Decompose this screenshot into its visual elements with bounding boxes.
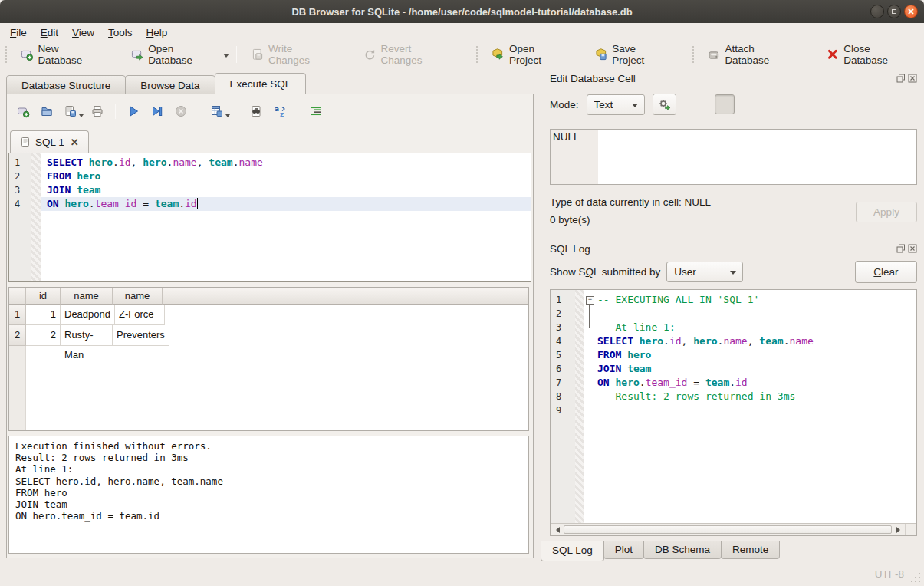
cell-hero-name[interactable]: Rusty-Man xyxy=(61,325,113,346)
save-sql-file-button[interactable] xyxy=(61,101,81,121)
corner-header[interactable] xyxy=(9,288,26,305)
minimize-button[interactable]: − xyxy=(870,5,884,18)
link-data-button[interactable] xyxy=(845,94,865,114)
log-line: 9 xyxy=(551,403,916,417)
submitted-by-select[interactable]: User xyxy=(666,262,743,282)
import-cell-button[interactable] xyxy=(767,94,787,114)
close-sql-tab-icon[interactable]: ✕ xyxy=(71,137,79,148)
gear-import-icon xyxy=(657,97,671,111)
sql-doc-icon xyxy=(20,137,31,147)
save-results-menu-arrow[interactable] xyxy=(225,114,230,120)
column-header[interactable]: name xyxy=(61,288,113,305)
mode-select[interactable]: Text xyxy=(587,94,645,115)
print-cell-button[interactable] xyxy=(897,94,917,114)
horizontal-scrollbar[interactable] xyxy=(551,523,916,535)
format-sql-button[interactable]: az xyxy=(270,101,290,121)
stop-sql-button[interactable] xyxy=(171,101,191,121)
clear-log-button[interactable]: Clear xyxy=(855,261,917,283)
execute-sql-button[interactable] xyxy=(123,101,143,121)
attach-database-button[interactable]: Attach Database xyxy=(699,44,808,65)
cell-id[interactable]: 2 xyxy=(26,325,61,346)
log-line: 8-- Result: 2 rows returned in 3ms xyxy=(551,390,916,403)
tab-execute-sql[interactable]: Execute SQL xyxy=(215,73,307,94)
cell-id[interactable]: 1 xyxy=(26,305,61,325)
save-project-button[interactable]: Save Project xyxy=(586,44,678,65)
tab-remote[interactable]: Remote xyxy=(721,541,780,559)
open-database-button[interactable]: Open Database xyxy=(122,44,228,65)
table-row[interactable]: 2 2 Rusty-Man Preventers xyxy=(9,325,528,346)
tab-browse-data[interactable]: Browse Data xyxy=(125,75,215,94)
text-mode-button[interactable] xyxy=(715,94,735,114)
filter-label: Show SQL submitted by xyxy=(550,266,660,278)
fold-marker[interactable] xyxy=(584,293,596,307)
close-button[interactable]: ✕ xyxy=(904,5,918,18)
import-settings-button[interactable] xyxy=(653,94,676,115)
maximize-button[interactable] xyxy=(887,5,901,18)
set-null-button[interactable] xyxy=(871,94,891,114)
results-header-row: id name name xyxy=(9,288,528,305)
write-changes-button[interactable]: Write Changes xyxy=(242,44,344,65)
table-row[interactable]: 1 1 Deadpond Z-Force xyxy=(9,305,528,325)
open-sql-file-button[interactable] xyxy=(37,101,57,121)
sql-editor[interactable]: 1 SELECT hero.id, hero.name, team.name 2… xyxy=(8,153,531,282)
tab-plot[interactable]: Plot xyxy=(603,541,644,559)
open-external-button[interactable] xyxy=(819,94,839,114)
scroll-left-arrow[interactable] xyxy=(551,524,563,535)
titlebar[interactable]: DB Browser for SQLite - /home/user/code/… xyxy=(0,0,924,23)
apply-button[interactable]: Apply xyxy=(856,202,917,222)
cell-hero-name[interactable]: Deadpond xyxy=(61,305,115,325)
new-sql-tab-button[interactable] xyxy=(13,101,33,121)
revert-changes-button[interactable]: Revert Changes xyxy=(354,44,462,65)
close-database-button[interactable]: Close Database xyxy=(817,44,924,65)
column-header[interactable]: id xyxy=(26,288,61,305)
log-code-line: -- xyxy=(596,307,916,321)
revert-changes-icon xyxy=(363,48,377,61)
tab-db-schema[interactable]: DB Schema xyxy=(643,541,722,559)
window-controls: − ✕ xyxy=(870,5,918,18)
menu-edit[interactable]: Edit xyxy=(34,23,65,42)
print-sql-button[interactable] xyxy=(87,101,107,121)
log-code-line: -- EXECUTING ALL IN 'SQL 1' xyxy=(596,293,916,307)
line-number: 6 xyxy=(551,362,575,376)
word-wrap-button[interactable] xyxy=(741,94,761,114)
cell-value-editor[interactable]: NULL xyxy=(550,129,917,185)
cell-team-name[interactable]: Preventers xyxy=(113,325,169,346)
sql-log-view[interactable]: 1-- EXECUTING ALL IN 'SQL 1' 2-- 3-- At … xyxy=(550,289,917,536)
save-results-button[interactable] xyxy=(207,101,227,121)
tab-sql-log[interactable]: SQL Log xyxy=(541,541,604,561)
auto-indent-button[interactable] xyxy=(306,101,326,121)
scrollbar-thumb[interactable] xyxy=(564,525,892,534)
resize-grip[interactable] xyxy=(911,573,922,584)
cell-team-name[interactable]: Z-Force xyxy=(115,305,165,325)
float-dock-icon[interactable] xyxy=(896,74,906,83)
new-database-button[interactable]: New Database xyxy=(12,44,113,65)
cell-edit-area[interactable] xyxy=(598,130,916,184)
scroll-right-arrow[interactable] xyxy=(893,524,905,535)
menu-file[interactable]: File xyxy=(3,23,34,42)
open-project-button[interactable]: Open Project xyxy=(482,44,576,65)
find-button[interactable] xyxy=(246,101,266,121)
menu-help[interactable]: Help xyxy=(140,23,175,42)
export-cell-button[interactable] xyxy=(793,94,813,114)
open-database-icon xyxy=(130,48,144,61)
float-dock-icon[interactable] xyxy=(896,244,906,253)
sql-doc-tab[interactable]: SQL 1 ✕ xyxy=(10,130,89,153)
toolbar-handle[interactable] xyxy=(690,46,695,63)
menu-tools[interactable]: Tools xyxy=(101,23,140,42)
execute-current-line-button[interactable] xyxy=(147,101,167,121)
open-database-menu-arrow[interactable] xyxy=(223,54,229,61)
results-table[interactable]: id name name 1 1 Deadpond Z-Force 2 2 Ru… xyxy=(8,287,529,431)
execution-status-log[interactable]: Execution finished without errors. Resul… xyxy=(8,436,529,554)
row-header[interactable]: 2 xyxy=(9,325,26,346)
close-dock-icon[interactable] xyxy=(908,74,917,83)
menu-view[interactable]: View xyxy=(65,23,101,42)
edit-cell-title: Edit Database Cell xyxy=(550,73,636,84)
save-sql-menu-arrow[interactable] xyxy=(79,114,84,120)
toolbar-handle[interactable] xyxy=(3,46,8,63)
close-dock-icon[interactable] xyxy=(908,244,917,253)
encoding-indicator[interactable]: UTF-8 xyxy=(875,568,904,580)
column-header[interactable]: name xyxy=(113,288,163,305)
tab-database-structure[interactable]: Database Structure xyxy=(6,75,126,94)
toolbar-handle[interactable] xyxy=(475,46,480,63)
row-header[interactable]: 1 xyxy=(9,305,26,325)
